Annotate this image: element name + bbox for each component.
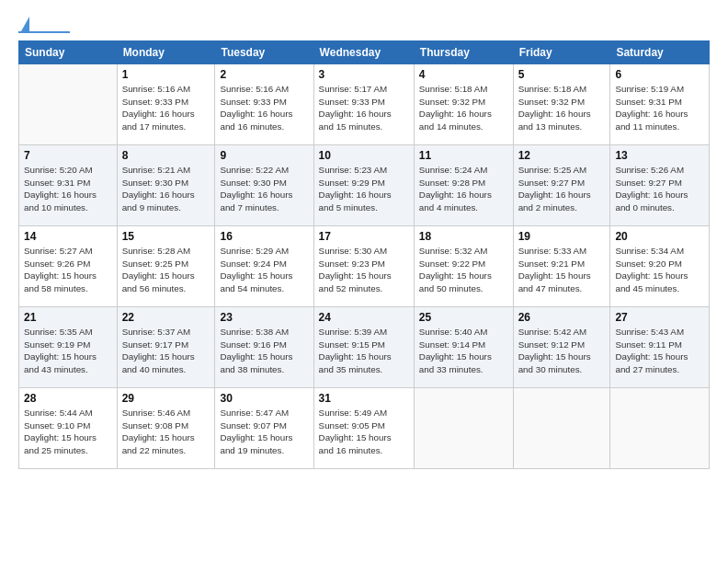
day-cell: 21Sunrise: 5:35 AM Sunset: 9:19 PM Dayli… bbox=[19, 307, 118, 388]
day-number: 21 bbox=[24, 311, 112, 324]
day-number: 13 bbox=[615, 149, 704, 162]
day-cell: 18Sunrise: 5:32 AM Sunset: 9:22 PM Dayli… bbox=[414, 226, 513, 307]
day-cell: 4Sunrise: 5:18 AM Sunset: 9:32 PM Daylig… bbox=[414, 64, 513, 145]
day-cell: 29Sunrise: 5:46 AM Sunset: 9:08 PM Dayli… bbox=[117, 388, 215, 469]
day-cell: 6Sunrise: 5:19 AM Sunset: 9:31 PM Daylig… bbox=[610, 64, 710, 145]
day-cell bbox=[19, 64, 118, 145]
day-cell: 7Sunrise: 5:20 AM Sunset: 9:31 PM Daylig… bbox=[19, 145, 118, 226]
day-cell: 3Sunrise: 5:17 AM Sunset: 9:33 PM Daylig… bbox=[313, 64, 414, 145]
header-row: Sunday Monday Tuesday Wednesday Thursday… bbox=[19, 41, 710, 64]
day-cell: 16Sunrise: 5:29 AM Sunset: 9:24 PM Dayli… bbox=[215, 226, 313, 307]
day-number: 9 bbox=[220, 149, 308, 162]
col-friday: Friday bbox=[513, 41, 610, 64]
day-info: Sunrise: 5:27 AM Sunset: 9:26 PM Dayligh… bbox=[24, 245, 112, 295]
day-number: 29 bbox=[122, 392, 210, 405]
day-number: 2 bbox=[220, 68, 308, 81]
day-cell: 19Sunrise: 5:33 AM Sunset: 9:21 PM Dayli… bbox=[513, 226, 610, 307]
day-cell: 23Sunrise: 5:38 AM Sunset: 9:16 PM Dayli… bbox=[215, 307, 313, 388]
col-thursday: Thursday bbox=[414, 41, 513, 64]
header bbox=[18, 17, 710, 33]
calendar-table: Sunday Monday Tuesday Wednesday Thursday… bbox=[18, 40, 710, 469]
day-info: Sunrise: 5:18 AM Sunset: 9:32 PM Dayligh… bbox=[419, 83, 508, 133]
day-cell: 20Sunrise: 5:34 AM Sunset: 9:20 PM Dayli… bbox=[610, 226, 710, 307]
week-row-1: 1Sunrise: 5:16 AM Sunset: 9:33 PM Daylig… bbox=[19, 64, 710, 145]
day-number: 16 bbox=[220, 230, 308, 243]
col-saturday: Saturday bbox=[610, 41, 710, 64]
day-info: Sunrise: 5:24 AM Sunset: 9:28 PM Dayligh… bbox=[419, 164, 508, 214]
day-number: 10 bbox=[319, 149, 409, 162]
day-info: Sunrise: 5:26 AM Sunset: 9:27 PM Dayligh… bbox=[615, 164, 704, 214]
day-cell: 28Sunrise: 5:44 AM Sunset: 9:10 PM Dayli… bbox=[19, 388, 118, 469]
day-number: 5 bbox=[518, 68, 606, 81]
day-cell: 30Sunrise: 5:47 AM Sunset: 9:07 PM Dayli… bbox=[215, 388, 313, 469]
day-number: 8 bbox=[122, 149, 210, 162]
col-tuesday: Tuesday bbox=[215, 41, 313, 64]
day-number: 18 bbox=[419, 230, 508, 243]
day-cell: 2Sunrise: 5:16 AM Sunset: 9:33 PM Daylig… bbox=[215, 64, 313, 145]
day-info: Sunrise: 5:16 AM Sunset: 9:33 PM Dayligh… bbox=[122, 83, 210, 133]
day-info: Sunrise: 5:29 AM Sunset: 9:24 PM Dayligh… bbox=[220, 245, 308, 295]
day-info: Sunrise: 5:38 AM Sunset: 9:16 PM Dayligh… bbox=[220, 326, 308, 376]
day-number: 17 bbox=[319, 230, 409, 243]
day-info: Sunrise: 5:40 AM Sunset: 9:14 PM Dayligh… bbox=[419, 326, 508, 376]
day-cell: 14Sunrise: 5:27 AM Sunset: 9:26 PM Dayli… bbox=[19, 226, 118, 307]
day-number: 15 bbox=[122, 230, 210, 243]
week-row-3: 14Sunrise: 5:27 AM Sunset: 9:26 PM Dayli… bbox=[19, 226, 710, 307]
logo-triangle-icon bbox=[21, 17, 29, 31]
day-cell bbox=[610, 388, 710, 469]
day-number: 28 bbox=[24, 392, 112, 405]
day-info: Sunrise: 5:18 AM Sunset: 9:32 PM Dayligh… bbox=[518, 83, 606, 133]
day-cell: 12Sunrise: 5:25 AM Sunset: 9:27 PM Dayli… bbox=[513, 145, 610, 226]
day-number: 6 bbox=[615, 68, 704, 81]
day-info: Sunrise: 5:49 AM Sunset: 9:05 PM Dayligh… bbox=[319, 407, 409, 457]
week-row-5: 28Sunrise: 5:44 AM Sunset: 9:10 PM Dayli… bbox=[19, 388, 710, 469]
day-cell: 5Sunrise: 5:18 AM Sunset: 9:32 PM Daylig… bbox=[513, 64, 610, 145]
day-number: 27 bbox=[615, 311, 704, 324]
day-info: Sunrise: 5:22 AM Sunset: 9:30 PM Dayligh… bbox=[220, 164, 308, 214]
day-cell: 11Sunrise: 5:24 AM Sunset: 9:28 PM Dayli… bbox=[414, 145, 513, 226]
day-info: Sunrise: 5:44 AM Sunset: 9:10 PM Dayligh… bbox=[24, 407, 112, 457]
day-info: Sunrise: 5:28 AM Sunset: 9:25 PM Dayligh… bbox=[122, 245, 210, 295]
day-number: 25 bbox=[419, 311, 508, 324]
day-number: 12 bbox=[518, 149, 606, 162]
day-info: Sunrise: 5:21 AM Sunset: 9:30 PM Dayligh… bbox=[122, 164, 210, 214]
day-number: 7 bbox=[24, 149, 112, 162]
day-info: Sunrise: 5:47 AM Sunset: 9:07 PM Dayligh… bbox=[220, 407, 308, 457]
day-info: Sunrise: 5:30 AM Sunset: 9:23 PM Dayligh… bbox=[319, 245, 409, 295]
day-info: Sunrise: 5:37 AM Sunset: 9:17 PM Dayligh… bbox=[122, 326, 210, 376]
day-number: 26 bbox=[518, 311, 606, 324]
day-number: 4 bbox=[419, 68, 508, 81]
day-cell: 1Sunrise: 5:16 AM Sunset: 9:33 PM Daylig… bbox=[117, 64, 215, 145]
logo-underline bbox=[18, 31, 70, 33]
day-info: Sunrise: 5:39 AM Sunset: 9:15 PM Dayligh… bbox=[319, 326, 409, 376]
day-info: Sunrise: 5:16 AM Sunset: 9:33 PM Dayligh… bbox=[220, 83, 308, 133]
day-info: Sunrise: 5:42 AM Sunset: 9:12 PM Dayligh… bbox=[518, 326, 606, 376]
day-cell: 8Sunrise: 5:21 AM Sunset: 9:30 PM Daylig… bbox=[117, 145, 215, 226]
day-number: 3 bbox=[319, 68, 409, 81]
day-info: Sunrise: 5:19 AM Sunset: 9:31 PM Dayligh… bbox=[615, 83, 704, 133]
day-number: 30 bbox=[220, 392, 308, 405]
day-info: Sunrise: 5:32 AM Sunset: 9:22 PM Dayligh… bbox=[419, 245, 508, 295]
page: Sunday Monday Tuesday Wednesday Thursday… bbox=[0, 0, 728, 563]
day-cell: 17Sunrise: 5:30 AM Sunset: 9:23 PM Dayli… bbox=[313, 226, 414, 307]
day-info: Sunrise: 5:33 AM Sunset: 9:21 PM Dayligh… bbox=[518, 245, 606, 295]
day-info: Sunrise: 5:34 AM Sunset: 9:20 PM Dayligh… bbox=[615, 245, 704, 295]
day-cell: 31Sunrise: 5:49 AM Sunset: 9:05 PM Dayli… bbox=[313, 388, 414, 469]
day-cell: 22Sunrise: 5:37 AM Sunset: 9:17 PM Dayli… bbox=[117, 307, 215, 388]
day-cell bbox=[513, 388, 610, 469]
day-info: Sunrise: 5:25 AM Sunset: 9:27 PM Dayligh… bbox=[518, 164, 606, 214]
day-number: 11 bbox=[419, 149, 508, 162]
day-cell: 24Sunrise: 5:39 AM Sunset: 9:15 PM Dayli… bbox=[313, 307, 414, 388]
col-monday: Monday bbox=[117, 41, 215, 64]
week-row-2: 7Sunrise: 5:20 AM Sunset: 9:31 PM Daylig… bbox=[19, 145, 710, 226]
day-number: 20 bbox=[615, 230, 704, 243]
day-number: 23 bbox=[220, 311, 308, 324]
day-info: Sunrise: 5:23 AM Sunset: 9:29 PM Dayligh… bbox=[319, 164, 409, 214]
day-cell: 9Sunrise: 5:22 AM Sunset: 9:30 PM Daylig… bbox=[215, 145, 313, 226]
day-number: 14 bbox=[24, 230, 112, 243]
day-number: 1 bbox=[122, 68, 210, 81]
day-info: Sunrise: 5:17 AM Sunset: 9:33 PM Dayligh… bbox=[319, 83, 409, 133]
col-wednesday: Wednesday bbox=[313, 41, 414, 64]
day-cell: 26Sunrise: 5:42 AM Sunset: 9:12 PM Dayli… bbox=[513, 307, 610, 388]
col-sunday: Sunday bbox=[19, 41, 118, 64]
